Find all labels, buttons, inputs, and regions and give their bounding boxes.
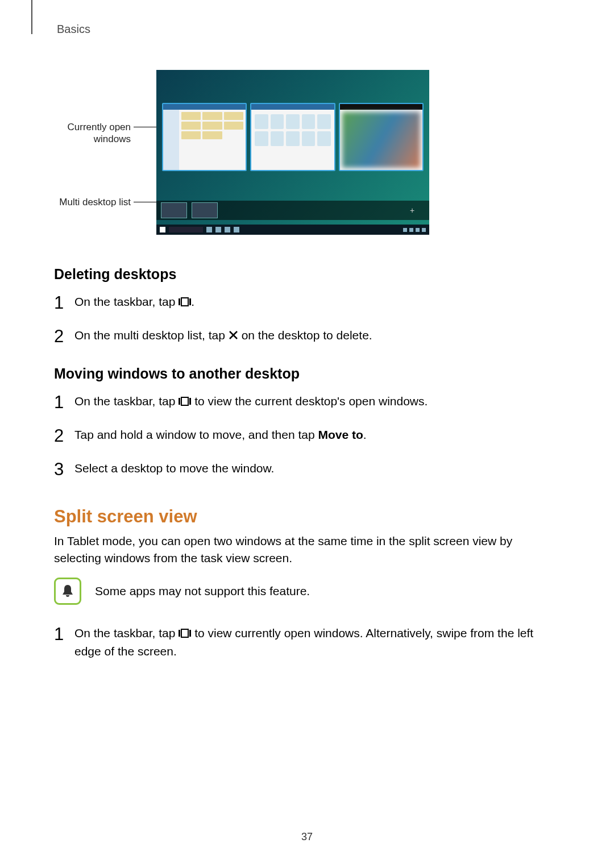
page-number: 37 <box>0 831 614 843</box>
callout-text: Currently open <box>67 122 131 132</box>
taskbar-app-icon <box>206 227 212 232</box>
callout-open-windows: Currently open windows <box>20 121 131 146</box>
step-text: Tap and hold a window to move, and then … <box>74 423 367 443</box>
desktop-thumb <box>192 202 218 218</box>
new-desktop-button: + <box>400 203 425 218</box>
screenshot-task-view: + <box>156 70 429 235</box>
note: Some apps may not support this feature. <box>54 578 560 605</box>
window-file-explorer <box>162 103 247 171</box>
heading-split-screen: Split screen view <box>54 506 560 527</box>
subheading-moving: Moving windows to another desktop <box>54 366 560 382</box>
taskbar-app-icon <box>225 227 230 232</box>
desktop-thumb <box>161 202 187 218</box>
step-text: On the taskbar, tap to view the current … <box>74 390 428 411</box>
task-view-icon <box>179 294 191 312</box>
search-box <box>169 227 203 232</box>
open-windows-row <box>162 103 424 171</box>
step-number: 1 <box>54 622 74 647</box>
note-text: Some apps may not support this feature. <box>95 584 310 598</box>
task-view-figure: Currently open windows Multi desktop lis… <box>54 70 560 240</box>
svg-rect-5 <box>179 398 180 405</box>
start-icon <box>160 227 165 232</box>
step-item: 1 On the taskbar, tap to view the curren… <box>54 390 560 416</box>
callout-text: windows <box>94 134 131 144</box>
svg-rect-9 <box>181 629 188 637</box>
paragraph: In Tablet mode, you can open two windows… <box>54 533 560 567</box>
step-number: 1 <box>54 290 74 316</box>
tray-icon <box>409 228 413 232</box>
svg-rect-0 <box>179 298 180 305</box>
step-text: On the taskbar, tap . <box>74 290 194 312</box>
bold-text: Move to <box>318 428 363 441</box>
manual-page: Basics Currently open windows Multi desk… <box>0 0 614 868</box>
svg-rect-6 <box>181 397 188 405</box>
svg-rect-7 <box>189 398 191 405</box>
taskbar-app-icon <box>215 227 221 232</box>
svg-rect-1 <box>181 298 188 306</box>
step-item: 3 Select a desktop to move the window. <box>54 457 560 483</box>
step-item: 1 On the taskbar, tap to view currently … <box>54 622 560 661</box>
section-header: Basics <box>57 23 560 36</box>
taskbar-app-icon <box>234 227 239 232</box>
tray-icon <box>403 228 407 232</box>
step-number: 2 <box>54 324 74 350</box>
callout-text: Multi desktop list <box>59 197 131 207</box>
taskbar <box>156 225 429 235</box>
callout-multi-desktop: Multi desktop list <box>20 196 131 208</box>
header-rule <box>31 0 32 34</box>
svg-rect-10 <box>189 630 191 637</box>
step-item: 2 On the multi desktop list, tap on the … <box>54 324 560 350</box>
step-number: 1 <box>54 390 74 416</box>
step-item: 2 Tap and hold a window to move, and the… <box>54 423 560 449</box>
step-text: On the multi desktop list, tap on the de… <box>74 324 372 344</box>
step-number: 2 <box>54 423 74 449</box>
close-icon <box>229 328 238 344</box>
svg-rect-8 <box>179 630 180 637</box>
step-text: On the taskbar, tap to view currently op… <box>74 622 560 661</box>
step-number: 3 <box>54 457 74 483</box>
window-photos <box>339 103 424 171</box>
multi-desktop-strip: + <box>156 201 429 220</box>
subheading-deleting: Deleting desktops <box>54 266 560 283</box>
note-bell-icon <box>54 578 81 605</box>
window-settings <box>250 103 335 171</box>
tray-icon <box>422 228 426 232</box>
task-view-icon <box>179 394 191 411</box>
step-item: 1 On the taskbar, tap . <box>54 290 560 316</box>
tray-icon <box>416 228 420 232</box>
task-view-icon <box>179 626 191 643</box>
step-text: Select a desktop to move the window. <box>74 457 274 477</box>
